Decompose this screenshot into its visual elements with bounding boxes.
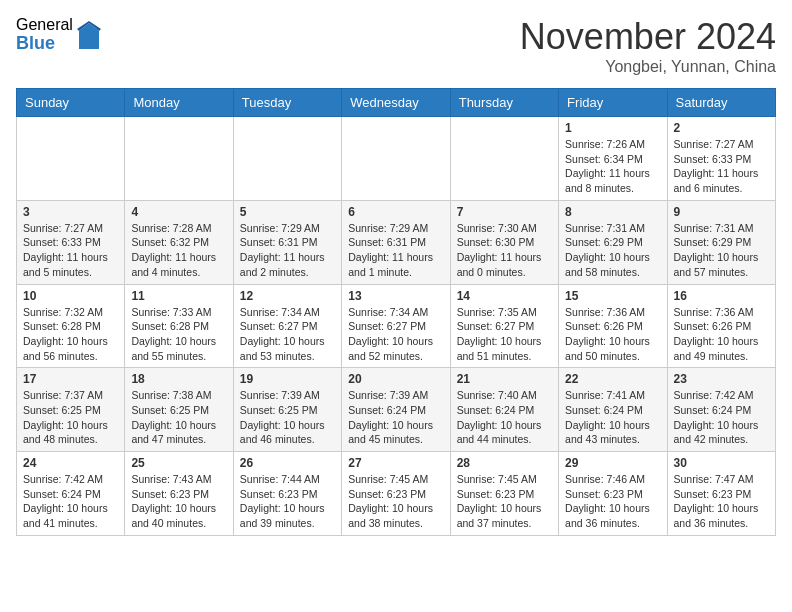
day-info: Sunrise: 7:30 AM Sunset: 6:30 PM Dayligh… xyxy=(457,221,552,280)
day-info: Sunrise: 7:43 AM Sunset: 6:23 PM Dayligh… xyxy=(131,472,226,531)
day-info: Sunrise: 7:42 AM Sunset: 6:24 PM Dayligh… xyxy=(674,388,769,447)
day-info: Sunrise: 7:34 AM Sunset: 6:27 PM Dayligh… xyxy=(240,305,335,364)
calendar-cell: 13Sunrise: 7:34 AM Sunset: 6:27 PM Dayli… xyxy=(342,284,450,368)
calendar-week-row: 1Sunrise: 7:26 AM Sunset: 6:34 PM Daylig… xyxy=(17,117,776,201)
day-info: Sunrise: 7:33 AM Sunset: 6:28 PM Dayligh… xyxy=(131,305,226,364)
day-number: 26 xyxy=(240,456,335,470)
day-info: Sunrise: 7:36 AM Sunset: 6:26 PM Dayligh… xyxy=(565,305,660,364)
calendar-cell: 25Sunrise: 7:43 AM Sunset: 6:23 PM Dayli… xyxy=(125,452,233,536)
day-number: 21 xyxy=(457,372,552,386)
logo-text: General Blue xyxy=(16,16,73,53)
day-info: Sunrise: 7:39 AM Sunset: 6:25 PM Dayligh… xyxy=(240,388,335,447)
day-info: Sunrise: 7:28 AM Sunset: 6:32 PM Dayligh… xyxy=(131,221,226,280)
calendar-table: SundayMondayTuesdayWednesdayThursdayFrid… xyxy=(16,88,776,536)
day-number: 10 xyxy=(23,289,118,303)
day-number: 1 xyxy=(565,121,660,135)
day-number: 11 xyxy=(131,289,226,303)
calendar-cell: 17Sunrise: 7:37 AM Sunset: 6:25 PM Dayli… xyxy=(17,368,125,452)
calendar-cell: 12Sunrise: 7:34 AM Sunset: 6:27 PM Dayli… xyxy=(233,284,341,368)
day-number: 4 xyxy=(131,205,226,219)
day-number: 2 xyxy=(674,121,769,135)
day-number: 12 xyxy=(240,289,335,303)
day-info: Sunrise: 7:29 AM Sunset: 6:31 PM Dayligh… xyxy=(240,221,335,280)
calendar-cell xyxy=(342,117,450,201)
day-info: Sunrise: 7:39 AM Sunset: 6:24 PM Dayligh… xyxy=(348,388,443,447)
day-number: 13 xyxy=(348,289,443,303)
calendar-cell: 26Sunrise: 7:44 AM Sunset: 6:23 PM Dayli… xyxy=(233,452,341,536)
calendar-cell: 8Sunrise: 7:31 AM Sunset: 6:29 PM Daylig… xyxy=(559,200,667,284)
day-number: 28 xyxy=(457,456,552,470)
month-title: November 2024 xyxy=(520,16,776,58)
day-number: 27 xyxy=(348,456,443,470)
logo-general: General xyxy=(16,16,73,34)
day-info: Sunrise: 7:46 AM Sunset: 6:23 PM Dayligh… xyxy=(565,472,660,531)
day-info: Sunrise: 7:45 AM Sunset: 6:23 PM Dayligh… xyxy=(457,472,552,531)
day-number: 8 xyxy=(565,205,660,219)
calendar-cell xyxy=(233,117,341,201)
calendar-cell: 19Sunrise: 7:39 AM Sunset: 6:25 PM Dayli… xyxy=(233,368,341,452)
day-number: 25 xyxy=(131,456,226,470)
day-info: Sunrise: 7:38 AM Sunset: 6:25 PM Dayligh… xyxy=(131,388,226,447)
day-info: Sunrise: 7:37 AM Sunset: 6:25 PM Dayligh… xyxy=(23,388,118,447)
logo-icon xyxy=(77,21,101,49)
day-info: Sunrise: 7:26 AM Sunset: 6:34 PM Dayligh… xyxy=(565,137,660,196)
day-number: 30 xyxy=(674,456,769,470)
page-header: General Blue November 2024 Yongbei, Yunn… xyxy=(16,16,776,76)
calendar-cell: 4Sunrise: 7:28 AM Sunset: 6:32 PM Daylig… xyxy=(125,200,233,284)
day-info: Sunrise: 7:40 AM Sunset: 6:24 PM Dayligh… xyxy=(457,388,552,447)
calendar-cell: 5Sunrise: 7:29 AM Sunset: 6:31 PM Daylig… xyxy=(233,200,341,284)
calendar-cell: 23Sunrise: 7:42 AM Sunset: 6:24 PM Dayli… xyxy=(667,368,775,452)
logo: General Blue xyxy=(16,16,101,53)
day-info: Sunrise: 7:47 AM Sunset: 6:23 PM Dayligh… xyxy=(674,472,769,531)
calendar-cell: 10Sunrise: 7:32 AM Sunset: 6:28 PM Dayli… xyxy=(17,284,125,368)
weekday-header-friday: Friday xyxy=(559,89,667,117)
day-number: 7 xyxy=(457,205,552,219)
calendar-cell: 20Sunrise: 7:39 AM Sunset: 6:24 PM Dayli… xyxy=(342,368,450,452)
weekday-header-sunday: Sunday xyxy=(17,89,125,117)
day-number: 23 xyxy=(674,372,769,386)
day-number: 18 xyxy=(131,372,226,386)
weekday-header-row: SundayMondayTuesdayWednesdayThursdayFrid… xyxy=(17,89,776,117)
weekday-header-monday: Monday xyxy=(125,89,233,117)
calendar-cell: 30Sunrise: 7:47 AM Sunset: 6:23 PM Dayli… xyxy=(667,452,775,536)
day-info: Sunrise: 7:42 AM Sunset: 6:24 PM Dayligh… xyxy=(23,472,118,531)
day-number: 14 xyxy=(457,289,552,303)
day-number: 24 xyxy=(23,456,118,470)
weekday-header-saturday: Saturday xyxy=(667,89,775,117)
day-info: Sunrise: 7:27 AM Sunset: 6:33 PM Dayligh… xyxy=(23,221,118,280)
day-info: Sunrise: 7:31 AM Sunset: 6:29 PM Dayligh… xyxy=(565,221,660,280)
calendar-week-row: 24Sunrise: 7:42 AM Sunset: 6:24 PM Dayli… xyxy=(17,452,776,536)
calendar-cell: 27Sunrise: 7:45 AM Sunset: 6:23 PM Dayli… xyxy=(342,452,450,536)
day-number: 16 xyxy=(674,289,769,303)
weekday-header-wednesday: Wednesday xyxy=(342,89,450,117)
weekday-header-tuesday: Tuesday xyxy=(233,89,341,117)
day-number: 3 xyxy=(23,205,118,219)
calendar-cell: 1Sunrise: 7:26 AM Sunset: 6:34 PM Daylig… xyxy=(559,117,667,201)
day-info: Sunrise: 7:32 AM Sunset: 6:28 PM Dayligh… xyxy=(23,305,118,364)
day-info: Sunrise: 7:44 AM Sunset: 6:23 PM Dayligh… xyxy=(240,472,335,531)
calendar-cell: 2Sunrise: 7:27 AM Sunset: 6:33 PM Daylig… xyxy=(667,117,775,201)
day-number: 6 xyxy=(348,205,443,219)
weekday-header-thursday: Thursday xyxy=(450,89,558,117)
logo-blue: Blue xyxy=(16,34,73,54)
calendar-cell: 9Sunrise: 7:31 AM Sunset: 6:29 PM Daylig… xyxy=(667,200,775,284)
day-number: 17 xyxy=(23,372,118,386)
calendar-cell: 15Sunrise: 7:36 AM Sunset: 6:26 PM Dayli… xyxy=(559,284,667,368)
calendar-cell: 28Sunrise: 7:45 AM Sunset: 6:23 PM Dayli… xyxy=(450,452,558,536)
calendar-cell: 7Sunrise: 7:30 AM Sunset: 6:30 PM Daylig… xyxy=(450,200,558,284)
location: Yongbei, Yunnan, China xyxy=(520,58,776,76)
calendar-cell: 29Sunrise: 7:46 AM Sunset: 6:23 PM Dayli… xyxy=(559,452,667,536)
day-info: Sunrise: 7:34 AM Sunset: 6:27 PM Dayligh… xyxy=(348,305,443,364)
day-info: Sunrise: 7:45 AM Sunset: 6:23 PM Dayligh… xyxy=(348,472,443,531)
day-info: Sunrise: 7:35 AM Sunset: 6:27 PM Dayligh… xyxy=(457,305,552,364)
calendar-cell xyxy=(17,117,125,201)
calendar-cell: 16Sunrise: 7:36 AM Sunset: 6:26 PM Dayli… xyxy=(667,284,775,368)
calendar-cell: 6Sunrise: 7:29 AM Sunset: 6:31 PM Daylig… xyxy=(342,200,450,284)
day-info: Sunrise: 7:41 AM Sunset: 6:24 PM Dayligh… xyxy=(565,388,660,447)
day-number: 19 xyxy=(240,372,335,386)
title-section: November 2024 Yongbei, Yunnan, China xyxy=(520,16,776,76)
day-number: 22 xyxy=(565,372,660,386)
calendar-cell: 14Sunrise: 7:35 AM Sunset: 6:27 PM Dayli… xyxy=(450,284,558,368)
calendar-cell: 21Sunrise: 7:40 AM Sunset: 6:24 PM Dayli… xyxy=(450,368,558,452)
calendar-cell xyxy=(125,117,233,201)
